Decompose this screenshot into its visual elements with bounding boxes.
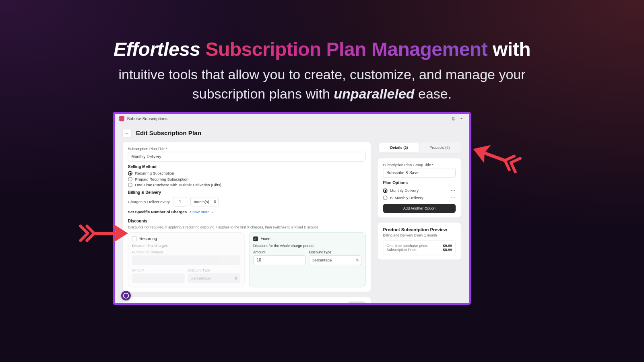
hero-spm: Subscription Plan Management	[205, 39, 487, 60]
hero-sub-line2a: subscription plans with	[192, 86, 330, 101]
add-option-button[interactable]: Add Another Option	[383, 204, 456, 213]
side-card: Subscription Plan Group Title * Plan Opt…	[378, 158, 461, 218]
chevron-updown-icon: ⇅	[356, 259, 359, 261]
preview-sub-value: $8.99	[443, 248, 452, 252]
select-value: percentage	[191, 276, 211, 280]
preview-box: One-time purchase price: $9.99 Subscript…	[383, 240, 456, 255]
radio-onetime[interactable]: One-Time Purchase with Multiple Deliveri…	[128, 183, 365, 187]
preview-card: Product Subscription Preview Billing and…	[378, 222, 461, 260]
checkbox-label: Recurring	[140, 237, 157, 241]
billing-head: Billing & Delivery	[128, 190, 365, 195]
annotation-arrow-right	[467, 137, 523, 187]
app-top-bar: Subrise Subscriptions ⋯	[115, 114, 469, 124]
option-menu-icon[interactable]: ⋯	[450, 190, 456, 192]
checkbox-icon	[132, 237, 137, 241]
tab-details[interactable]: Details (2)	[379, 143, 419, 152]
radio-label: One-Time Purchase with Multiple Deliveri…	[135, 183, 221, 187]
option-label: Monthly Delivery	[390, 189, 419, 193]
side-tabs: Details (2) Products (4)	[378, 142, 461, 154]
num-charges-input	[132, 255, 240, 265]
radio-icon	[383, 195, 387, 200]
plan-option-1[interactable]: Monthly Delivery ⋯	[383, 187, 456, 194]
interval-input[interactable]	[173, 197, 187, 206]
discounts-head: Discounts	[128, 219, 365, 223]
interval-unit-select[interactable]: month(s) ⇅	[190, 197, 219, 206]
selling-method-head: Selling Method	[128, 165, 365, 169]
main-card: Subscription Plan Title * Selling Method…	[122, 142, 371, 292]
recurring-sub: Discount first charges	[132, 244, 240, 248]
plan-option-2[interactable]: Bi-Monthly Delivery ⋯	[383, 194, 456, 202]
footer-card: Show advanced settings Save	[122, 296, 371, 305]
option-menu-icon[interactable]: ⋯	[450, 197, 456, 199]
charges-label: Charges & Deliver every	[128, 200, 170, 204]
preview-onetime-value: $9.99	[443, 244, 452, 248]
fixed-amount-label: Amount	[253, 250, 305, 254]
checkbox-label: Fixed	[260, 237, 270, 241]
plan-title-input[interactable]	[128, 152, 365, 161]
rec-amount-input	[132, 274, 184, 283]
plan-title-label: Subscription Plan Title *	[128, 147, 365, 151]
radio-icon	[128, 177, 132, 181]
chevron-down-icon: ⌄	[211, 210, 214, 214]
specific-charges-label: Set Specific Number of Charges	[128, 210, 187, 214]
rec-type-select: percentage ⇅	[188, 274, 240, 283]
svg-marker-3	[470, 140, 491, 163]
hero-effortless: Effortless	[114, 39, 200, 60]
rec-type-label: Discount Type	[188, 268, 240, 272]
hero-with: with	[493, 39, 530, 60]
show-advanced-link[interactable]: Show advanced settings	[128, 303, 171, 305]
radio-icon	[128, 183, 132, 187]
group-title-input[interactable]	[383, 168, 456, 177]
radio-icon	[383, 189, 387, 193]
fixed-sub: Discount for the whole charge period	[253, 244, 361, 248]
preview-onetime-label: One-time purchase price:	[386, 244, 428, 248]
more-icon[interactable]: ⋯	[458, 116, 464, 121]
option-label: Bi-Monthly Delivery	[390, 195, 423, 200]
preview-head: Product Subscription Preview	[383, 227, 456, 232]
preview-sub-label: Subscription Price:	[386, 248, 417, 252]
hero-sub: intuitive tools that allow you to create…	[0, 65, 644, 103]
chevron-updown-icon: ⇅	[213, 201, 216, 203]
fixed-discount-card: ✓ Fixed Discount for the whole charge pe…	[249, 232, 366, 287]
app-frame: Subrise Subscriptions ⋯ ← Edit Subscript…	[113, 112, 471, 305]
hero-sub-line1: intuitive tools that allow you to create…	[118, 67, 525, 82]
show-more-link[interactable]: Show more ⌄	[190, 210, 214, 214]
show-more-text: Show more	[190, 210, 210, 214]
rec-amount-label: Amount	[132, 268, 184, 272]
tab-products[interactable]: Products (4)	[419, 143, 460, 152]
svg-line-2	[486, 153, 505, 160]
app-logo-icon	[119, 116, 124, 121]
recurring-discount-card: Recurring Discount first charges Number …	[128, 232, 245, 287]
fixed-type-select[interactable]: percentage ⇅	[309, 255, 361, 265]
radio-recurring[interactable]: Recurring Subscription	[128, 171, 365, 175]
radio-label: Recurring Subscription	[135, 171, 174, 175]
page-header: ← Edit Subscription Plan	[115, 124, 469, 142]
select-value: percentage	[312, 258, 332, 262]
radio-label: Prepaid Recurring Subscription	[135, 177, 188, 181]
back-button[interactable]: ←	[122, 129, 131, 138]
chat-fab[interactable]	[121, 291, 131, 300]
checkbox-icon: ✓	[253, 237, 258, 241]
radio-prepaid[interactable]: Prepaid Recurring Subscription	[128, 177, 365, 181]
fixed-amount-input[interactable]	[253, 255, 305, 265]
hero-sub-line2b: ease.	[418, 86, 452, 101]
hero-title: Effortless Subscription Plan Management …	[0, 0, 644, 60]
pin-icon[interactable]	[450, 116, 456, 121]
hero-sub-em: unparalleled	[334, 86, 414, 101]
chevron-updown-icon: ⇅	[235, 277, 237, 279]
fixed-type-label: Discount Type	[309, 250, 361, 254]
plan-options-head: Plan Options	[383, 181, 456, 185]
select-value: month(s)	[194, 200, 209, 204]
radio-icon	[128, 171, 132, 175]
group-title-label: Subscription Plan Group Title *	[383, 163, 456, 167]
fixed-checkbox-row[interactable]: ✓ Fixed	[253, 237, 361, 241]
save-button[interactable]: Save	[348, 301, 365, 305]
discounts-hint: Discounts not required. If applying a re…	[128, 225, 365, 229]
num-charges-label: Number of Charges	[132, 250, 240, 254]
app-brand: Subrise Subscriptions	[127, 116, 167, 121]
preview-sub: Billing and Delivery Every 1 month	[383, 233, 456, 237]
page-title: Edit Subscription Plan	[136, 130, 201, 137]
recurring-checkbox-row[interactable]: Recurring	[132, 237, 240, 241]
